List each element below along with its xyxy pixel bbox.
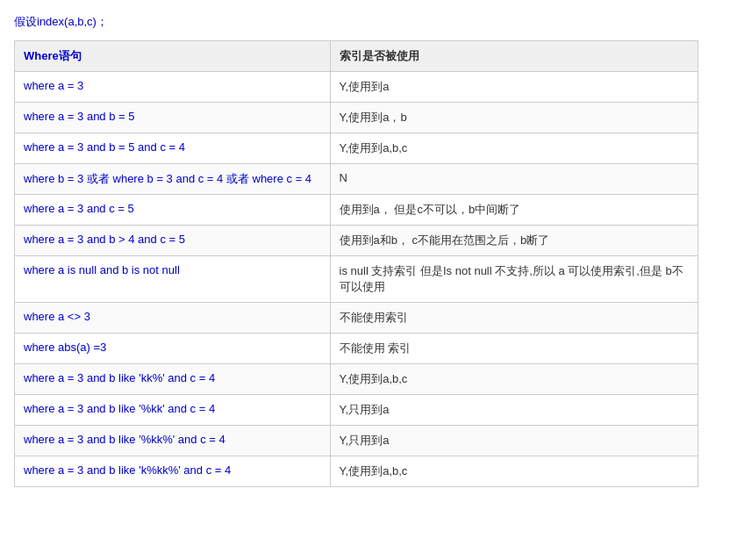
table-row: where a <> 3不能使用索引 bbox=[15, 303, 698, 334]
where-cell: where a = 3 and b = 5 bbox=[15, 103, 331, 133]
index-cell: Y,使用到a，b bbox=[330, 103, 698, 133]
table-row: where a = 3 and b like '%kk%' and c = 4Y… bbox=[15, 426, 698, 456]
index-cell: Y,使用到a,b,c bbox=[330, 133, 698, 164]
where-cell: where a <> 3 bbox=[15, 303, 331, 334]
where-cell: where a = 3 and c = 5 bbox=[15, 195, 331, 226]
where-cell: where a = 3 and b = 5 and c = 4 bbox=[15, 133, 331, 164]
where-cell: where a = 3 bbox=[15, 72, 331, 103]
index-cell: N bbox=[330, 164, 698, 195]
table-row: where b = 3 或者 where b = 3 and c = 4 或者 … bbox=[15, 164, 698, 195]
where-cell: where a = 3 and b like 'k%kk%' and c = 4 bbox=[15, 456, 331, 487]
table-row: where a = 3 and b like '%kk' and c = 4Y,… bbox=[15, 395, 698, 426]
where-cell: where abs(a) =3 bbox=[15, 334, 331, 364]
table-row: where a = 3Y,使用到a bbox=[15, 72, 698, 103]
index-cell: 使用到a和b， c不能用在范围之后，b断了 bbox=[330, 226, 698, 256]
table-row: where a is null and b is not nullis null… bbox=[15, 256, 698, 303]
where-cell: where a = 3 and b > 4 and c = 5 bbox=[15, 226, 331, 256]
index-cell: Y,使用到a bbox=[330, 72, 698, 103]
table-row: where a = 3 and b = 5Y,使用到a，b bbox=[15, 103, 698, 133]
table-row: where a = 3 and b = 5 and c = 4Y,使用到a,b,… bbox=[15, 133, 698, 164]
index-cell: is null 支持索引 但是Is not null 不支持,所以 a 可以使用… bbox=[330, 256, 698, 303]
index-cell: Y,使用到a,b,c bbox=[330, 456, 698, 487]
index-cell: Y,只用到a bbox=[330, 426, 698, 456]
index-cell: Y,只用到a bbox=[330, 395, 698, 426]
index-cell: Y,使用到a,b,c bbox=[330, 364, 698, 395]
table-row: where a = 3 and b like 'kk%' and c = 4Y,… bbox=[15, 364, 698, 395]
table-row: where abs(a) =3不能使用 索引 bbox=[15, 334, 698, 364]
where-cell: where a is null and b is not null bbox=[15, 256, 331, 303]
where-cell: where b = 3 或者 where b = 3 and c = 4 或者 … bbox=[15, 164, 331, 195]
table-row: where a = 3 and b > 4 and c = 5使用到a和b， c… bbox=[15, 226, 698, 256]
index-column-header: 索引是否被使用 bbox=[330, 41, 698, 72]
where-column-header: Where语句 bbox=[15, 41, 331, 72]
index-cell: 不能使用索引 bbox=[330, 303, 698, 334]
index-table: Where语句 索引是否被使用 where a = 3Y,使用到awhere a… bbox=[14, 40, 698, 487]
table-header-row: Where语句 索引是否被使用 bbox=[15, 41, 698, 72]
where-cell: where a = 3 and b like '%kk%' and c = 4 bbox=[15, 426, 331, 456]
where-cell: where a = 3 and b like 'kk%' and c = 4 bbox=[15, 364, 331, 395]
index-cell: 不能使用 索引 bbox=[330, 334, 698, 364]
header-text: 假设index(a,b,c)； bbox=[14, 14, 716, 30]
table-row: where a = 3 and b like 'k%kk%' and c = 4… bbox=[15, 456, 698, 487]
table-row: where a = 3 and c = 5使用到a， 但是c不可以，b中间断了 bbox=[15, 195, 698, 226]
header-content: 假设index(a,b,c)； bbox=[14, 15, 108, 28]
index-cell: 使用到a， 但是c不可以，b中间断了 bbox=[330, 195, 698, 226]
where-cell: where a = 3 and b like '%kk' and c = 4 bbox=[15, 395, 331, 426]
